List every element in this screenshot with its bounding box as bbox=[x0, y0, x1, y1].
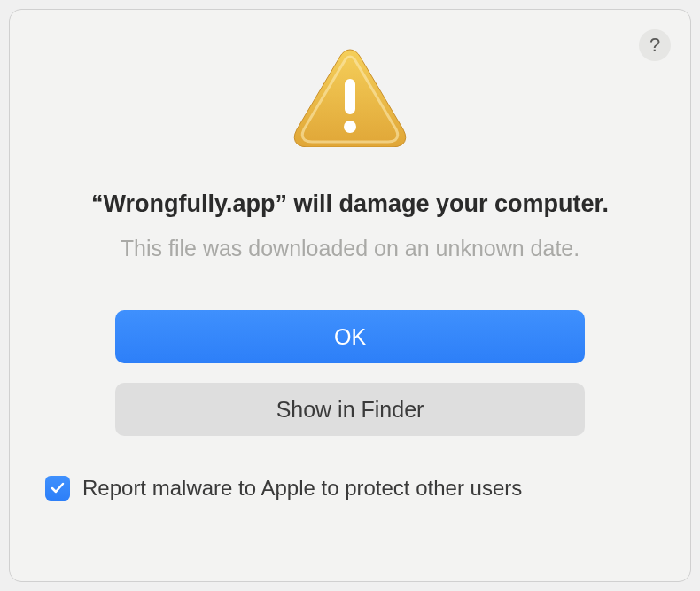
help-button[interactable]: ? bbox=[639, 29, 671, 61]
show-in-finder-button[interactable]: Show in Finder bbox=[115, 383, 585, 436]
svg-point-1 bbox=[344, 121, 356, 133]
button-group: OK Show in Finder bbox=[115, 310, 585, 436]
warning-icon bbox=[292, 45, 408, 151]
alert-title: “Wrongfully.app” will damage your comput… bbox=[91, 191, 609, 218]
alert-subtitle: This file was downloaded on an unknown d… bbox=[121, 236, 579, 261]
ok-button[interactable]: OK bbox=[115, 310, 585, 363]
report-malware-label[interactable]: Report malware to Apple to protect other… bbox=[82, 476, 522, 501]
report-malware-row: Report malware to Apple to protect other… bbox=[45, 476, 522, 501]
warning-triangle-icon bbox=[292, 45, 408, 147]
svg-rect-0 bbox=[345, 79, 355, 114]
checkmark-icon bbox=[49, 479, 66, 497]
alert-dialog: ? “Wrongfully.app” will damage your comp… bbox=[9, 9, 691, 582]
report-malware-checkbox[interactable] bbox=[45, 476, 70, 501]
